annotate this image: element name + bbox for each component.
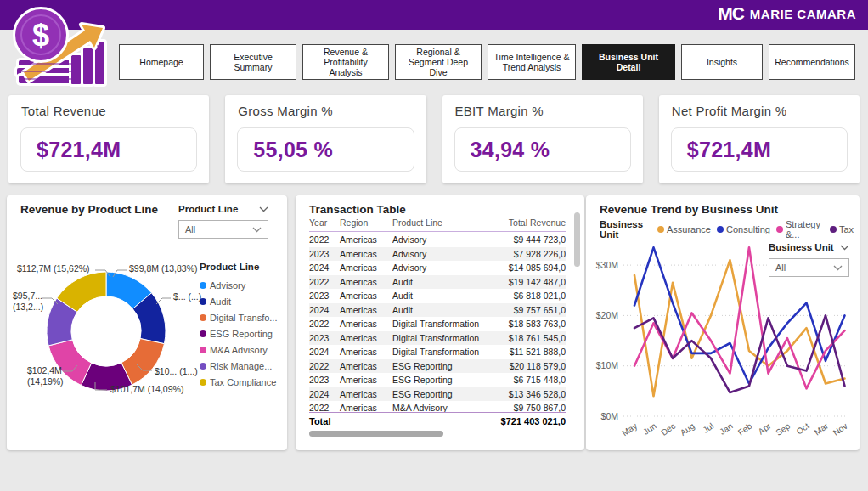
kpi-label: Total Revenue [21, 104, 209, 118]
legend-label: Tax [839, 224, 854, 234]
chevron-down-icon[interactable] [833, 265, 843, 271]
tab-time-intelligence-trend-analysis[interactable]: Time Intelligence & Trend Analysis [488, 44, 576, 80]
table-cell: $13 346 528,0 [484, 389, 566, 399]
table-row[interactable]: 2022AmericasM&A Advisory$9 750 867,0 [309, 401, 566, 412]
legend-item-assurance[interactable]: Assurance [657, 224, 711, 234]
legend-item-esg-reporting[interactable]: ESG Reporting [200, 325, 277, 341]
tab-homepage[interactable]: Homepage [119, 44, 204, 80]
x-axis-tick: Sep [774, 420, 792, 437]
tab-recommendations[interactable]: Recommendations [769, 44, 855, 80]
kpi-value: $721,4M [687, 138, 771, 162]
column-header-region[interactable]: Region [340, 217, 392, 228]
kpi-value: 34,94 % [471, 138, 550, 162]
legend-label: Assurance [667, 224, 711, 234]
brand: MC MARIE CAMARA [718, 3, 856, 24]
table-cell: Advisory [392, 234, 484, 245]
table-row[interactable]: 2022AmericasESG Reporting$20 118 579,0 [309, 359, 566, 374]
legend-title: Business Unit [600, 219, 651, 240]
finance-logo: $ [7, 4, 109, 89]
table-row[interactable]: 2023AmericasAdvisory$7 928 226,0 [309, 247, 566, 262]
legend-item-advisory[interactable]: Advisory [200, 277, 277, 293]
slicer-header[interactable]: Product Line [178, 204, 268, 214]
business-unit-dropdown[interactable]: All [769, 258, 849, 277]
horizontal-scrollbar[interactable] [309, 431, 443, 437]
table-cell: Americas [340, 389, 392, 399]
donut-data-label: $102,4M(14,19%) [27, 365, 64, 387]
legend-item-tax[interactable]: Tax [830, 224, 854, 234]
table-cell: Digital Transformation [392, 319, 484, 329]
table-cell: Americas [340, 333, 392, 343]
dropdown-value: All [185, 224, 195, 234]
table-cell: Americas [340, 277, 392, 287]
x-axis-tick: Mar [813, 420, 831, 437]
legend-label: Audit [210, 296, 231, 307]
product-line-legend: Product LineAdvisoryAuditDigital Transfo… [200, 262, 277, 390]
kpi-label: Gross Margin % [238, 104, 426, 118]
table-cell: 2022 [309, 234, 340, 245]
x-axis-tick: Apr [757, 420, 774, 436]
legend-item-audit[interactable]: Audit [200, 293, 277, 309]
legend-label: Risk Manage... [210, 361, 272, 371]
x-axis-tick: Jun [641, 421, 658, 437]
legend-dot [200, 379, 206, 386]
legend-dot [776, 226, 783, 233]
table-row[interactable]: 2023AmericasDigital Transformation$18 76… [309, 331, 566, 346]
table-row[interactable]: 2024AmericasAdvisory$14 085 694,0 [309, 261, 566, 275]
total-value: $721 403 021,0 [501, 416, 566, 426]
legend-item-strategy[interactable]: Strategy &... [776, 219, 824, 240]
table-cell: Digital Transformation [392, 333, 484, 343]
table-row[interactable]: 2024AmericasDigital Transformation$11 52… [309, 345, 566, 359]
table-cell: Advisory [392, 262, 484, 273]
table-row[interactable]: 2023AmericasESG Reporting$6 715 448,0 [309, 373, 566, 387]
slicer-header[interactable]: Business Unit [769, 242, 849, 252]
legend-item-tax-compliance[interactable]: Tax Compliance [200, 374, 277, 390]
table-cell: $18 761 545,0 [484, 333, 566, 343]
table-row[interactable]: 2024AmericasESG Reporting$13 346 528,0 [309, 387, 566, 402]
legend-label: ESG Reporting [210, 329, 273, 339]
table-row[interactable]: 2023AmericasAudit$6 818 021,0 [309, 289, 566, 303]
kpi-value: 55,05 % [253, 138, 333, 162]
legend-dot [830, 226, 837, 233]
tab-regional-segment-deep-dive[interactable]: Regional & Segment Deep Dive [395, 44, 482, 80]
business-unit-slicer: Business Unit All [769, 242, 849, 277]
legend-item-consulting[interactable]: Consulting [717, 224, 770, 234]
table-cell: Audit [392, 291, 484, 301]
tab-business-unit-detail[interactable]: Business Unit Detail [582, 44, 675, 80]
x-axis-tick: May [620, 421, 639, 438]
tab-executive-summary[interactable]: Executive Summary [210, 44, 296, 80]
coins-growth-icon: $ [7, 4, 109, 89]
table-cell: $7 928 226,0 [484, 249, 566, 259]
table-cell: $9 444 723,0 [484, 234, 566, 245]
legend-item-digital-transfo[interactable]: Digital Transfo... [200, 309, 277, 325]
tab-insights[interactable]: Insights [681, 44, 763, 80]
x-axis-tick: Dec [659, 421, 677, 437]
legend-item-m-a-advisory[interactable]: M&A Advisory [200, 341, 277, 358]
table-row[interactable]: 2024AmericasAudit$9 757 651,0 [309, 303, 566, 318]
legend-item-risk-manage[interactable]: Risk Manage... [200, 358, 277, 374]
slicer-label: Business Unit [769, 242, 834, 252]
donut-data-label: $... (...) [173, 291, 201, 302]
table-row[interactable]: 2022AmericasAdvisory$9 444 723,0 [309, 233, 566, 247]
column-header-product-line[interactable]: Product Line [392, 217, 484, 228]
column-header-total-revenue[interactable]: Total Revenue [484, 217, 566, 228]
table-row[interactable]: 2022AmericasDigital Transformation$18 58… [309, 317, 566, 331]
table-row[interactable]: 2022AmericasAudit$19 142 487,0 [309, 275, 566, 290]
dashboard-root: MC MARIE CAMARA [0, 0, 868, 491]
transaction-table-panel: Transaction Table YearRegionProduct Line… [296, 195, 584, 450]
chevron-down-icon[interactable] [259, 206, 268, 212]
chevron-down-icon[interactable] [252, 227, 262, 233]
dropdown-value: All [775, 262, 786, 273]
x-axis-tick: Nov [831, 421, 849, 437]
donut-data-label: $99,8M (13,83%) [129, 263, 198, 274]
table-cell: 2022 [309, 277, 340, 287]
legend-dot [200, 298, 206, 305]
vertical-scrollbar[interactable] [574, 212, 580, 267]
table-total-row: Total $721 403 021,0 [309, 412, 566, 426]
tab-revenue-profitability-analysis[interactable]: Revenue & Profitability Analysis [302, 44, 389, 80]
chevron-down-icon[interactable] [840, 245, 849, 251]
product-line-dropdown[interactable]: All [178, 220, 268, 239]
table-cell: 2022 [309, 319, 340, 329]
table-cell: M&A Advisory [392, 403, 484, 412]
column-header-year[interactable]: Year [309, 217, 340, 228]
table-cell: Americas [340, 262, 392, 273]
